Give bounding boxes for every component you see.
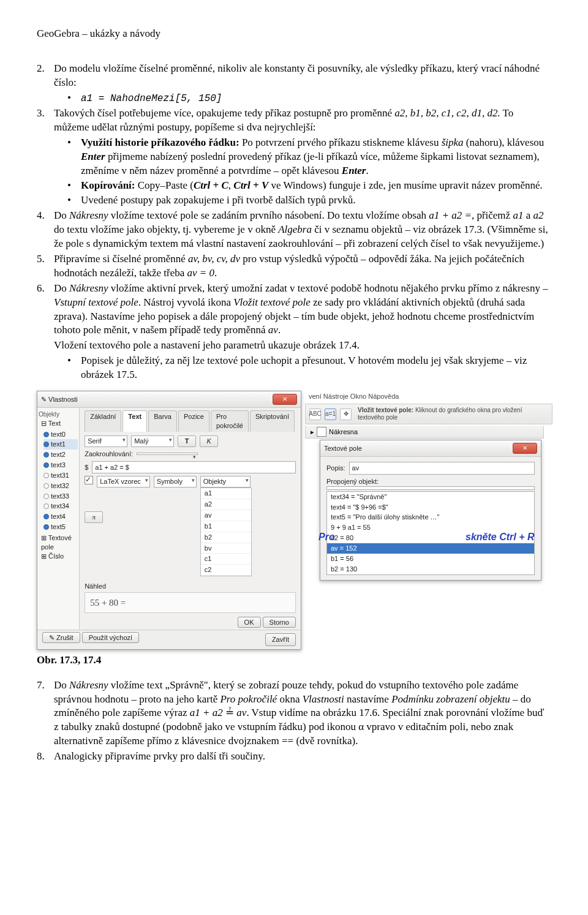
box-icon[interactable] bbox=[317, 427, 326, 437]
t: Do bbox=[54, 679, 69, 691]
t: Podmínku zobrazení objektu bbox=[391, 693, 510, 705]
latex-dropdown[interactable]: LaTeX vzorec bbox=[97, 476, 150, 488]
list-item[interactable]: c1 bbox=[201, 554, 251, 565]
tree-number-root[interactable]: Číslo bbox=[48, 552, 64, 560]
tree-item[interactable]: text3 bbox=[43, 460, 78, 470]
tab-advanced[interactable]: Pro pokročilé bbox=[211, 410, 249, 432]
t: . bbox=[366, 165, 369, 176]
tree-item[interactable]: text2 bbox=[43, 450, 78, 460]
tree-textfield-root[interactable]: Textové pole bbox=[41, 534, 72, 551]
tree-item[interactable]: text4 bbox=[43, 511, 78, 522]
storno-button[interactable]: Storno bbox=[263, 617, 296, 628]
list-item[interactable]: bv bbox=[201, 543, 251, 554]
sub-copy-bold: Kopírování: bbox=[81, 179, 135, 191]
italic-button[interactable]: K bbox=[200, 435, 218, 447]
t: Ctrl + V bbox=[233, 179, 268, 191]
nav-icon[interactable]: ▸ bbox=[311, 427, 314, 437]
t: šipka bbox=[442, 137, 464, 148]
tab-position[interactable]: Pozice bbox=[178, 410, 209, 432]
bold-button[interactable]: T bbox=[178, 435, 196, 447]
tree-item[interactable]: text33 bbox=[43, 491, 78, 502]
t: a1 bbox=[513, 209, 523, 221]
figure-row: ✎ Vlastnosti ✕ Objekty ⊟ Text text0 text… bbox=[37, 391, 551, 649]
t: Nákresny bbox=[69, 282, 108, 294]
t: Nákresny bbox=[69, 679, 108, 691]
t: Po potvrzení prvého příkazu stiskneme kl… bbox=[239, 137, 442, 148]
object-tree[interactable]: Objekty ⊟ Text text0 text1 text2 text3 t… bbox=[37, 408, 80, 630]
default-button[interactable]: Použít výchozí bbox=[82, 632, 140, 643]
t: vložíme aktivní prvek, který umožní zada… bbox=[108, 282, 548, 294]
text-tool-icon[interactable]: ABC bbox=[309, 409, 321, 420]
list-item[interactable]: a2 = 80 bbox=[327, 533, 534, 543]
list-number: 4. bbox=[37, 209, 45, 223]
list-item[interactable]: text5 = "Pro další úlohy stiskněte …" bbox=[327, 512, 534, 522]
list-item[interactable]: c2 bbox=[201, 565, 251, 576]
t: okna bbox=[277, 693, 303, 705]
t: do textu vložíme jako objekty, tj. vyber… bbox=[54, 224, 278, 235]
tree-item[interactable]: text34 bbox=[43, 501, 78, 511]
list-item[interactable]: b1 = 56 bbox=[327, 554, 534, 564]
t: Do bbox=[54, 209, 69, 221]
close-button[interactable]: ✕ bbox=[273, 394, 297, 405]
item-2-text: Do modelu vložíme číselné proměnné, niko… bbox=[54, 62, 540, 88]
list-number: 5. bbox=[37, 252, 45, 266]
rounding-select[interactable] bbox=[137, 453, 198, 455]
list-item[interactable]: a2 bbox=[201, 499, 251, 510]
item-6-p2: Vložení textového pole a nastavení jeho … bbox=[54, 339, 551, 353]
linked-dropdown-list[interactable]: text34 = "Správně" text4 = "$ 9+96 =$" t… bbox=[326, 491, 535, 575]
tab-text[interactable]: Text bbox=[123, 410, 147, 432]
tree-text-root[interactable]: Text bbox=[48, 420, 61, 427]
textfield-tool-icon[interactable]: a=1 bbox=[325, 409, 336, 420]
list-number: 3. bbox=[37, 107, 45, 121]
expression-input[interactable]: a1 + a2 = $ bbox=[92, 461, 296, 474]
tab-color[interactable]: Barva bbox=[148, 410, 177, 432]
list-item[interactable]: b2 = 130 bbox=[327, 564, 534, 574]
move-tool-icon[interactable]: ✥ bbox=[340, 409, 352, 420]
objects-dropdown[interactable]: Objekty bbox=[200, 476, 251, 488]
tab-scripting[interactable]: Skriptování bbox=[250, 410, 295, 432]
list-item[interactable]: a1 bbox=[201, 488, 251, 499]
list-item[interactable]: text34 = "Správně" bbox=[327, 492, 534, 502]
t: av, bv, cv, dv bbox=[188, 253, 240, 265]
toolbar: ABC a=1 ✥ Vložit textové pole: Kliknout … bbox=[305, 404, 552, 424]
list-item[interactable]: b1 bbox=[201, 521, 251, 532]
t: nastavíme bbox=[344, 693, 391, 705]
tree-item[interactable]: text5 bbox=[43, 522, 78, 532]
t: . bbox=[278, 324, 281, 336]
t: . bbox=[214, 267, 217, 279]
t: Vstupní textové pole bbox=[54, 296, 138, 308]
t: vložíme textové pole se zadáním prvního … bbox=[108, 209, 429, 221]
close-dialog-button[interactable]: Zavřít bbox=[265, 633, 296, 646]
dialog-title: Textové pole bbox=[324, 444, 362, 453]
popis-label: Popis: bbox=[326, 464, 345, 473]
latex-checkbox[interactable] bbox=[85, 476, 93, 484]
ok-button[interactable]: OK bbox=[238, 617, 261, 628]
linked-input[interactable] bbox=[326, 486, 535, 490]
pi-button[interactable]: π bbox=[85, 511, 103, 523]
tree-item[interactable]: text1 bbox=[43, 439, 78, 450]
tree-item[interactable]: text32 bbox=[43, 481, 78, 491]
list-item[interactable]: av bbox=[201, 510, 251, 521]
right-figure-stack: vení Nástroje Okno Nápověda ABC a=1 ✥ Vl… bbox=[305, 391, 552, 580]
close-button[interactable]: ✕ bbox=[513, 443, 537, 454]
tree-item[interactable]: text31 bbox=[43, 470, 78, 481]
list-item-selected[interactable]: av = 152 bbox=[327, 543, 534, 554]
tree-item[interactable]: text0 bbox=[43, 429, 78, 440]
font-family-select[interactable]: Serif bbox=[85, 435, 127, 447]
figure-caption: Obr. 17.3, 17.4 bbox=[37, 653, 551, 668]
list-item[interactable]: text4 = "$ 9+96 =$" bbox=[327, 502, 534, 513]
popis-input[interactable]: av bbox=[349, 462, 535, 475]
preview-label: Náhled bbox=[85, 582, 296, 591]
list-item[interactable]: b2 bbox=[201, 532, 251, 543]
tab-basic[interactable]: Základní bbox=[85, 410, 121, 432]
symbols-dropdown[interactable]: Symboly bbox=[154, 476, 197, 488]
list-item[interactable]: 9 + 9 a1 = 55 bbox=[327, 522, 534, 533]
list-number: 2. bbox=[37, 62, 45, 76]
t: Vlastnosti bbox=[303, 693, 344, 705]
t: Algebra bbox=[278, 224, 312, 235]
font-size-select[interactable]: Malý bbox=[131, 435, 174, 447]
t: Copy–Paste ( bbox=[135, 179, 193, 191]
undo-button[interactable]: ✎ Zrušit bbox=[42, 632, 80, 643]
tool-hint-bold: Vložit textové pole: bbox=[358, 407, 413, 413]
objects-listbox[interactable]: a1 a2 av b1 b2 bv c1 c2 bbox=[200, 488, 252, 576]
